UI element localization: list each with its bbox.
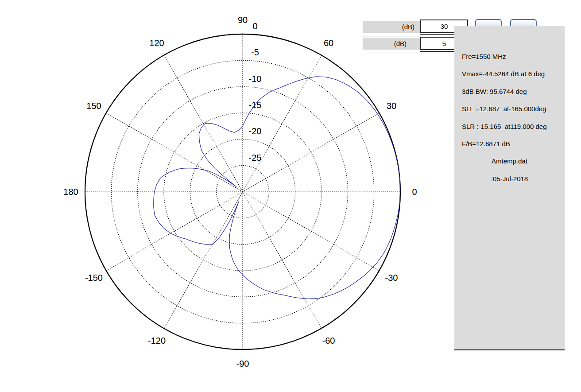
- radial-label: -5: [251, 47, 259, 57]
- result-line-4: SLR :-15.165 at119.000 deg: [454, 118, 565, 135]
- angle-label: 180: [63, 187, 78, 197]
- angle-label: 0: [412, 187, 417, 197]
- grid-spoke: [243, 113, 379, 192]
- angle-label: 150: [86, 101, 101, 111]
- angle-label: -90: [236, 359, 249, 369]
- result-line-6: Amtemp.dat: [454, 152, 565, 170]
- radial-label: -10: [249, 74, 262, 84]
- pattern-curve: [154, 77, 400, 299]
- angle-label: -30: [385, 273, 398, 283]
- range-label-underline: [362, 36, 421, 36]
- angle-label: 30: [387, 101, 396, 111]
- range-db-label: (dB): [363, 21, 420, 33]
- result-line-3: SLL :-12.687 at-165.000deg: [454, 100, 565, 117]
- result-line-1: Vmax=-44.5264 dB at 6 deg: [454, 65, 565, 82]
- angle-label: 120: [149, 38, 164, 48]
- app-window: { "controls": { "rows": [ {"label": "(dB…: [0, 0, 581, 392]
- radial-label: -20: [249, 126, 262, 136]
- angle-label: 90: [238, 15, 248, 25]
- angle-label: -120: [148, 336, 166, 345]
- step-db-label: (dB): [363, 38, 420, 50]
- angle-label: -60: [322, 336, 335, 345]
- step-label-underline: [362, 53, 421, 53]
- grid-spoke: [106, 113, 243, 192]
- result-line-0: Fre=1550 MHz: [454, 48, 565, 65]
- result-line-7: :05-Jul-2018: [454, 170, 565, 187]
- angle-label: 60: [324, 38, 333, 48]
- angle-label: -150: [85, 273, 103, 283]
- result-line-2: 3dB BW: 95.6744 deg: [454, 83, 565, 100]
- results-panel: Fre=1550 MHzVmax=-44.5264 dB at 6 deg3dB…: [454, 26, 565, 350]
- radial-label: 0: [252, 21, 257, 31]
- result-line-5: F/B=12.6871 dB: [454, 135, 565, 152]
- radial-label: -25: [249, 153, 262, 163]
- grid-spoke: [243, 192, 321, 328]
